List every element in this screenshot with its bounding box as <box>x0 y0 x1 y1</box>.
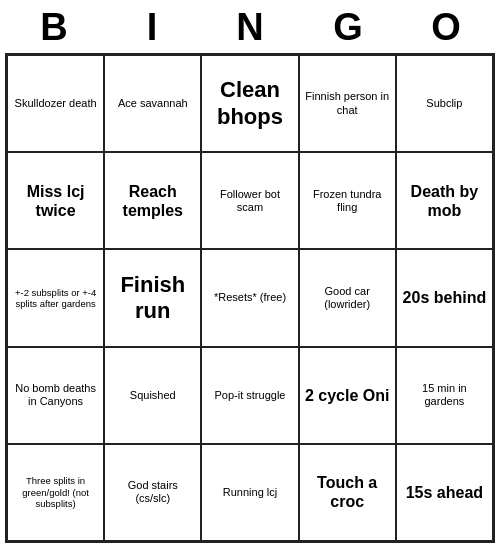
bingo-cell-10: +-2 subsplits or +-4 splits after garden… <box>7 249 104 346</box>
title-b: B <box>18 6 90 49</box>
bingo-cell-22: Running lcj <box>201 444 298 541</box>
bingo-grid: Skulldozer deathAce savannahClean bhopsF… <box>5 53 495 543</box>
bingo-cell-21: God stairs (cs/slc) <box>104 444 201 541</box>
bingo-cell-24: 15s ahead <box>396 444 493 541</box>
bingo-cell-23: Touch a croc <box>299 444 396 541</box>
bingo-title: B I N G O <box>5 0 495 53</box>
bingo-cell-6: Reach temples <box>104 152 201 249</box>
title-g: G <box>312 6 384 49</box>
bingo-cell-14: 20s behind <box>396 249 493 346</box>
bingo-cell-17: Pop-it struggle <box>201 347 298 444</box>
bingo-cell-12: *Resets* (free) <box>201 249 298 346</box>
bingo-cell-3: Finnish person in chat <box>299 55 396 152</box>
bingo-cell-16: Squished <box>104 347 201 444</box>
bingo-cell-8: Frozen tundra fling <box>299 152 396 249</box>
title-o: O <box>410 6 482 49</box>
bingo-cell-0: Skulldozer death <box>7 55 104 152</box>
bingo-cell-20: Three splits in green/gold! (not subspli… <box>7 444 104 541</box>
bingo-cell-5: Miss lcj twice <box>7 152 104 249</box>
bingo-cell-4: Subclip <box>396 55 493 152</box>
title-i: I <box>116 6 188 49</box>
bingo-cell-9: Death by mob <box>396 152 493 249</box>
bingo-cell-2: Clean bhops <box>201 55 298 152</box>
bingo-cell-7: Follower bot scam <box>201 152 298 249</box>
bingo-cell-19: 15 min in gardens <box>396 347 493 444</box>
bingo-cell-18: 2 cycle Oni <box>299 347 396 444</box>
bingo-cell-1: Ace savannah <box>104 55 201 152</box>
title-n: N <box>214 6 286 49</box>
bingo-cell-13: Good car (lowrider) <box>299 249 396 346</box>
bingo-cell-15: No bomb deaths in Canyons <box>7 347 104 444</box>
bingo-cell-11: Finish run <box>104 249 201 346</box>
